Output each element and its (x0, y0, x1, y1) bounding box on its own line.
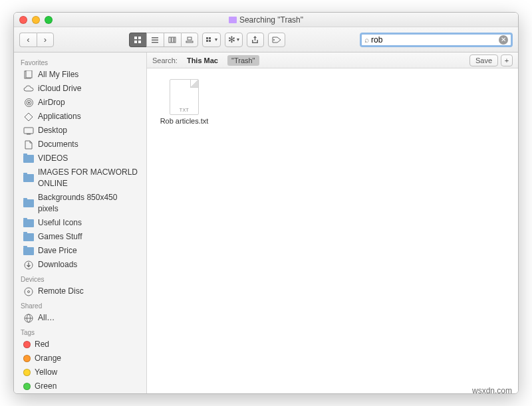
sidebar: Favorites All My FilesiCloud DriveAirDro… (14, 52, 147, 393)
arrange-group: ▾ (202, 33, 221, 47)
sidebar-item-useful-icons[interactable]: Useful Icons (14, 216, 146, 230)
sidebar-item-label: All… (38, 312, 55, 324)
sidebar-item-all-my-files[interactable]: All My Files (14, 68, 146, 82)
sidebar-item-airdrop[interactable]: AirDrop (14, 96, 146, 110)
column-view-button[interactable] (164, 33, 181, 47)
sidebar-item-label: Games Stuff (38, 231, 82, 243)
desktop-icon (23, 126, 34, 136)
sidebar-item-games-stuff[interactable]: Games Stuff (14, 230, 146, 244)
folder-icon (23, 233, 34, 242)
search-scope-bar: Search: This Mac "Trash" Save + (147, 52, 518, 68)
svg-rect-6 (152, 42, 158, 43)
search-icon: ⌕ (364, 35, 369, 45)
tag-green[interactable]: Green (14, 379, 146, 393)
tag-yellow[interactable]: Yellow (14, 365, 146, 379)
sidebar-item-images-for-macworld-online[interactable]: IMAGES FOR MACWORLD ONLINE (14, 165, 146, 191)
add-criteria-button[interactable]: + (501, 54, 513, 66)
finder-window: Searching "Trash" ‹ › ▾ (13, 12, 519, 394)
shared-header: Shared (14, 298, 146, 311)
share-button[interactable] (247, 33, 264, 47)
sidebar-item-label: Backgrounds 850x450 pixels (38, 192, 140, 215)
list-view-button[interactable] (146, 33, 164, 47)
scope-label: Search: (152, 56, 178, 64)
tag-icon (272, 37, 281, 43)
tag-orange[interactable]: Orange (14, 352, 146, 365)
minimize-button[interactable] (32, 16, 40, 24)
svg-rect-10 (188, 37, 192, 40)
action-button[interactable]: ✻▾ (225, 33, 243, 47)
apps-icon (23, 112, 34, 122)
file-item[interactable]: TXTRob articles.txt (158, 79, 211, 125)
sidebar-item-remote-disc[interactable]: Remote Disc (14, 284, 146, 298)
svg-rect-5 (152, 39, 158, 41)
globe-icon (23, 314, 34, 323)
tag-color-icon (23, 341, 31, 348)
svg-rect-7 (169, 37, 171, 43)
scope-trash[interactable]: "Trash" (227, 55, 259, 66)
sidebar-item-label: Documents (38, 139, 78, 150)
tag-color-icon (23, 369, 31, 376)
sidebar-item-label: Remote Disc (38, 286, 84, 297)
svg-rect-2 (134, 41, 137, 43)
content-area: Favorites All My FilesiCloud DriveAirDro… (14, 52, 518, 393)
sidebar-item-label: Useful Icons (38, 217, 82, 229)
watermark: wsxdn.com (472, 386, 512, 395)
clear-search-button[interactable]: ✕ (499, 35, 508, 45)
title-folder-icon (229, 17, 237, 23)
sidebar-item-all-[interactable]: All… (14, 311, 146, 325)
sidebar-item-label: Dave Price (38, 245, 77, 256)
devices-header: Devices (14, 272, 146, 284)
tag-label: Green (35, 381, 57, 392)
tags-button[interactable] (268, 33, 285, 47)
sidebar-item-backgrounds-850x450-pixels[interactable]: Backgrounds 850x450 pixels (14, 191, 146, 216)
sidebar-item-label: IMAGES FOR MACWORLD ONLINE (38, 167, 140, 189)
file-grid: TXTRob articles.txt (147, 68, 518, 393)
sidebar-item-applications[interactable]: Applications (14, 110, 146, 124)
tag-label: Yellow (35, 367, 57, 378)
svg-rect-14 (206, 40, 208, 42)
share-icon (251, 36, 259, 44)
sidebar-item-icloud-drive[interactable]: iCloud Drive (14, 82, 146, 96)
svg-point-25 (25, 288, 33, 296)
icon-view-button[interactable] (129, 33, 146, 47)
svg-point-26 (28, 290, 30, 292)
action-group: ✻▾ (225, 33, 243, 47)
titlebar: Searching "Trash" (14, 13, 518, 27)
sidebar-item-label: Desktop (38, 125, 67, 136)
close-button[interactable] (19, 16, 27, 24)
main-pane: Search: This Mac "Trash" Save + TXTRob a… (147, 52, 518, 393)
svg-rect-15 (209, 40, 211, 42)
save-search-button[interactable]: Save (469, 54, 498, 66)
sidebar-item-desktop[interactable]: Desktop (14, 124, 146, 138)
svg-rect-23 (27, 134, 31, 135)
coverflow-view-button[interactable] (181, 33, 198, 47)
disc-icon (23, 287, 34, 296)
sidebar-item-label: VIDEOS (38, 153, 68, 164)
back-button[interactable]: ‹ (19, 33, 37, 47)
sidebar-item-dave-price[interactable]: Dave Price (14, 244, 146, 258)
sidebar-item-videos[interactable]: VIDEOS (14, 152, 146, 165)
zoom-button[interactable] (45, 16, 53, 24)
tags-header: Tags (14, 325, 146, 338)
scope-this-mac[interactable]: This Mac (183, 55, 222, 66)
svg-point-16 (273, 39, 275, 41)
forward-button[interactable]: › (37, 33, 54, 47)
arrange-button[interactable]: ▾ (202, 33, 221, 47)
file-ext: TXT (180, 108, 190, 112)
tag-color-icon (23, 383, 31, 390)
sidebar-item-documents[interactable]: Documents (14, 138, 146, 152)
search-field[interactable]: ⌕ ✕ (360, 33, 513, 47)
sidebar-item-downloads[interactable]: Downloads (14, 258, 146, 272)
icloud-icon (23, 84, 34, 94)
folder-icon (23, 173, 34, 183)
tag-label: Red (35, 339, 49, 350)
documents-icon (23, 140, 34, 150)
search-input[interactable] (371, 35, 499, 45)
svg-rect-22 (24, 128, 33, 134)
gear-icon: ✻ (228, 35, 235, 45)
tag-red[interactable]: Red (14, 338, 146, 352)
folder-icon (23, 219, 34, 228)
svg-point-21 (28, 102, 30, 104)
airdrop-icon (23, 98, 34, 108)
svg-rect-1 (138, 37, 141, 39)
